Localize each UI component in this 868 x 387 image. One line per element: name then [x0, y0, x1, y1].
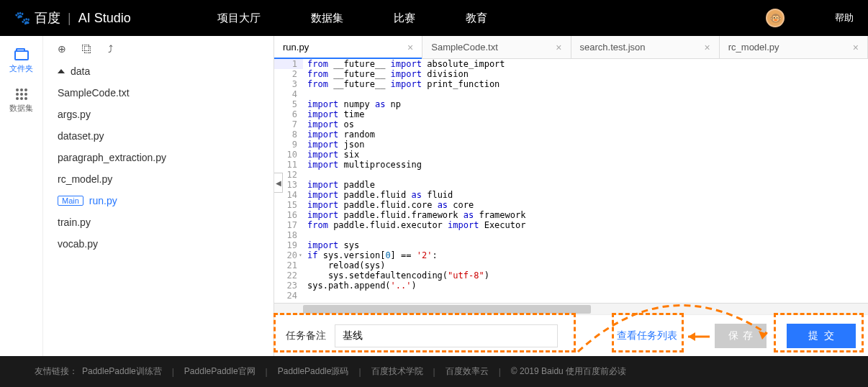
nav-projects[interactable]: 项目大厅	[217, 12, 261, 25]
close-icon[interactable]: ×	[407, 42, 413, 53]
file-item[interactable]: args.py	[50, 104, 266, 125]
editor-tabs: run.py× SampleCode.txt× search.test.json…	[274, 36, 868, 59]
footer-link[interactable]: 百度技术学院	[371, 365, 423, 378]
logo-text-baidu: 百度	[35, 9, 60, 27]
file-item[interactable]: dataset.py	[50, 125, 266, 147]
top-nav: 🐾 百度 | AI Studio 项目大厅 数据集 比赛 教育 🐵 帮助	[0, 0, 868, 36]
nav-education[interactable]: 教育	[466, 12, 487, 25]
tab-run[interactable]: run.py×	[274, 36, 422, 58]
tab-rcmodel[interactable]: rc_model.py×	[720, 36, 868, 58]
scroll-thumb[interactable]	[303, 305, 591, 314]
nav-datasets[interactable]: 数据集	[311, 12, 343, 25]
view-tasks-link[interactable]: 查看任务列表	[617, 329, 677, 342]
task-note-input[interactable]	[335, 324, 558, 347]
new-folder-icon[interactable]: ⿻	[82, 43, 92, 55]
footer-prefix: 友情链接：	[35, 365, 78, 378]
file-item[interactable]: rc_model.py	[50, 168, 266, 190]
nav-competitions[interactable]: 比赛	[394, 12, 415, 25]
save-button[interactable]: 保存	[715, 324, 767, 348]
file-item[interactable]: paragraph_extraction.py	[50, 147, 266, 168]
bottom-bar: 任务备注 查看任务列表 保存 提交	[274, 314, 868, 356]
rail-files-label: 文件夹	[9, 63, 33, 74]
footer-copyright: © 2019 Baidu 使用百度前必读	[511, 365, 626, 378]
nav-help[interactable]: 帮助	[835, 12, 854, 24]
logo-divider: |	[68, 11, 71, 26]
file-item-main[interactable]: Mainrun.py	[50, 190, 266, 211]
tab-search[interactable]: search.test.json×	[571, 36, 720, 58]
rail-datasets[interactable]: 数据集	[9, 88, 33, 114]
footer-link[interactable]: PaddlePaddle训练营	[82, 365, 162, 378]
rail-datasets-label: 数据集	[9, 103, 33, 114]
folder-data[interactable]: data	[50, 60, 266, 82]
main: 文件夹 数据集 ⊕ ⿻ ⤴ data SampleCode.txt args.p…	[0, 36, 868, 356]
nav-right: 🐵 帮助	[766, 9, 854, 27]
submit-button[interactable]: 提交	[787, 324, 856, 348]
footer-link[interactable]: PaddlePaddle源码	[278, 365, 349, 378]
caret-icon	[58, 69, 65, 73]
file-toolbar: ⊕ ⿻ ⤴	[43, 43, 273, 60]
hscrollbar[interactable]	[274, 303, 868, 314]
new-file-icon[interactable]: ⊕	[58, 43, 66, 55]
footer: 友情链接： PaddlePaddle训练营| PaddlePaddle官网| P…	[0, 356, 868, 387]
file-panel: ⊕ ⿻ ⤴ data SampleCode.txt args.py datase…	[43, 36, 273, 356]
main-badge: Main	[58, 196, 83, 206]
close-icon[interactable]: ×	[853, 42, 859, 53]
close-icon[interactable]: ×	[556, 42, 561, 53]
avatar[interactable]: 🐵	[766, 9, 785, 27]
close-icon[interactable]: ×	[705, 42, 710, 53]
collapse-handle[interactable]: ◀	[274, 173, 283, 193]
file-item[interactable]: vocab.py	[50, 233, 266, 255]
dots-icon	[16, 88, 27, 100]
footer-link[interactable]: PaddlePaddle官网	[184, 365, 256, 378]
task-note-label: 任务备注	[286, 329, 326, 342]
left-rail: 文件夹 数据集	[0, 36, 43, 356]
nav-items: 项目大厅 数据集 比赛 教育	[217, 12, 487, 25]
file-item[interactable]: train.py	[50, 211, 266, 233]
footer-link[interactable]: 百度效率云	[446, 365, 489, 378]
editor: ◀ run.py× SampleCode.txt× search.test.js…	[273, 36, 868, 356]
code-area[interactable]: 1from __future__ import absolute_import2…	[274, 59, 868, 303]
upload-icon[interactable]: ⤴	[108, 43, 113, 55]
file-list: data SampleCode.txt args.py dataset.py p…	[43, 60, 273, 255]
logo-text-studio: AI Studio	[78, 11, 131, 26]
rail-files[interactable]: 文件夹	[9, 50, 33, 74]
file-item[interactable]: SampleCode.txt	[50, 82, 266, 104]
tab-sample[interactable]: SampleCode.txt×	[422, 36, 571, 58]
folder-icon	[14, 50, 29, 60]
paw-icon: 🐾	[14, 10, 30, 26]
logo[interactable]: 🐾 百度 | AI Studio	[14, 9, 131, 27]
